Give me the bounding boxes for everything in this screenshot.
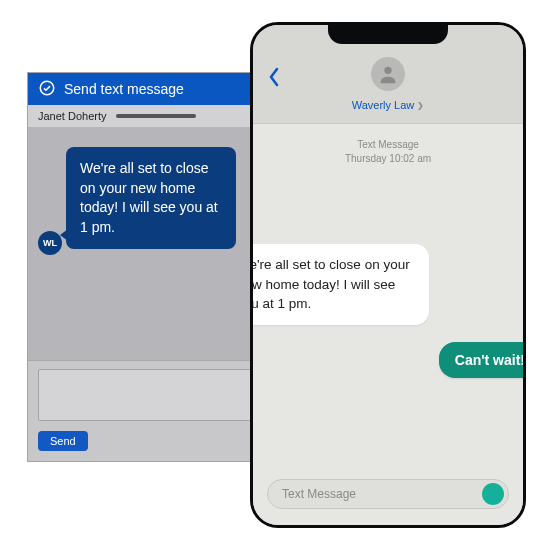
reply-message-bubble: Can't wait! [439,342,526,378]
checkmark-circle-icon [38,79,56,100]
reply-message-text: Can't wait! [455,352,525,368]
meta-line-1: Text Message [265,138,511,152]
redacted-line [116,114,196,118]
phone-conversation: Text Message Thursday 10:02 am We're all… [253,124,523,469]
conversation-meta: Text Message Thursday 10:02 am [265,138,511,165]
phone-send-button[interactable] [482,483,504,505]
back-button[interactable] [267,67,281,91]
phone-notch [328,22,448,44]
outgoing-message-text: We're all set to close on your new home … [80,160,218,235]
meta-line-2: Thursday 10:02 am [265,152,511,166]
outgoing-message-bubble: We're all set to close on your new home … [66,147,236,249]
phone-mock: Waverly Law ❯ Text Message Thursday 10:0… [250,22,526,528]
phone-input-placeholder: Text Message [282,487,356,501]
contact-name-row[interactable]: Waverly Law ❯ [352,99,425,111]
incoming-message-text: We're all set to close on your new home … [250,257,410,311]
contact-avatar [371,57,405,91]
chevron-right-icon: ❯ [417,101,424,110]
svg-point-0 [40,81,54,95]
svg-point-1 [384,67,391,74]
phone-input-row: Text Message [253,469,523,525]
send-button[interactable]: Send [38,431,88,451]
phone-text-input[interactable]: Text Message [267,479,509,509]
sender-avatar: WL [38,231,62,255]
person-icon [377,63,399,85]
sender-initials: WL [43,238,57,248]
recipient-name: Janet Doherty [38,110,106,122]
composer-title: Send text message [64,81,184,97]
incoming-message-bubble: We're all set to close on your new home … [250,244,429,325]
contact-name: Waverly Law [352,99,415,111]
